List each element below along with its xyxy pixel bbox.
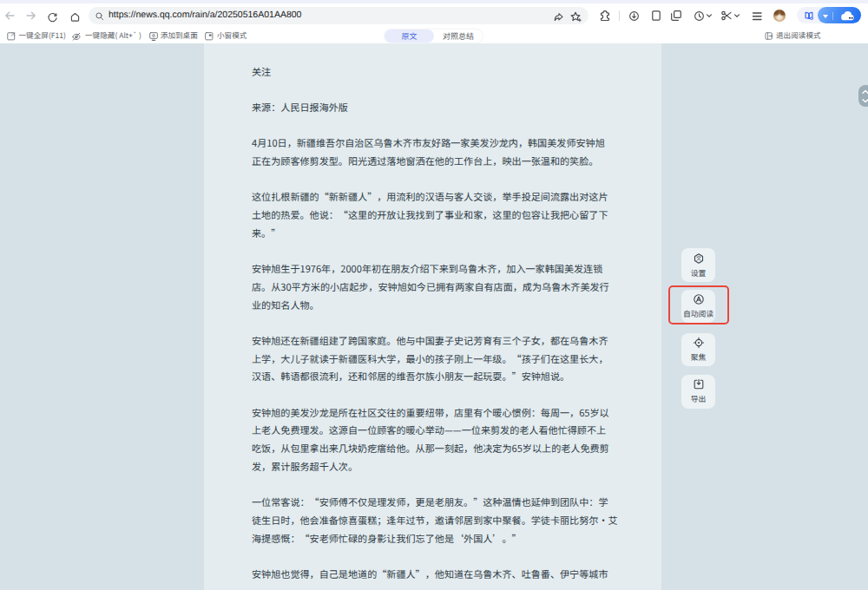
svg-text:文: 文 [695, 254, 701, 262]
